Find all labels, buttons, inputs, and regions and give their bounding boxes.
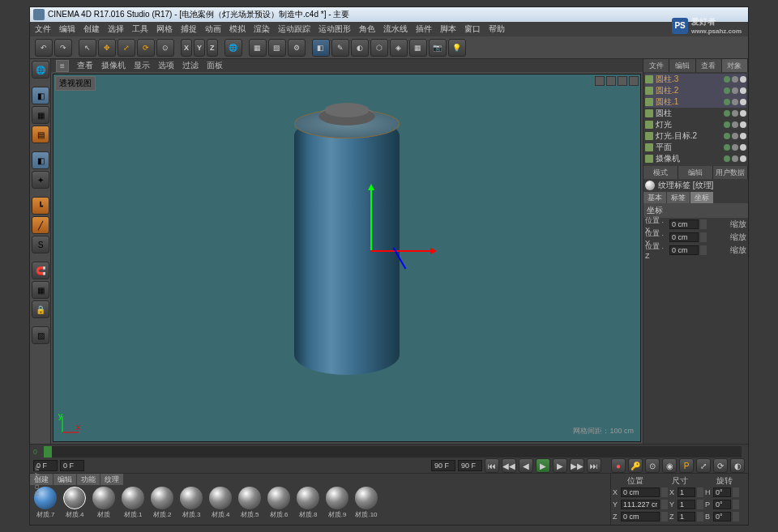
vp-view[interactable]: 查看	[77, 60, 93, 71]
menu-help[interactable]: 帮助	[489, 23, 505, 35]
menu-script[interactable]: 脚本	[440, 23, 456, 35]
menu-create[interactable]: 创建	[83, 23, 100, 35]
material-item[interactable]: 材质	[90, 487, 118, 523]
coord-rot[interactable]	[713, 500, 731, 509]
tweak-mode[interactable]: ▨	[32, 326, 49, 344]
move-tool[interactable]: ✥	[98, 39, 116, 57]
tl-keyopt2[interactable]: ◉	[662, 458, 677, 473]
menu-snap[interactable]: 捕捉	[181, 23, 197, 35]
add-light[interactable]: 💡	[448, 39, 466, 57]
gizmo-y-axis[interactable]	[370, 185, 372, 250]
material-item[interactable]: 材质.4	[207, 487, 234, 523]
vp-nav-icon[interactable]	[606, 76, 616, 86]
objmgr-tab-file[interactable]: 文件	[643, 59, 669, 72]
attr-subtab-coord[interactable]: 坐标	[690, 192, 714, 203]
menu-sim[interactable]: 模拟	[229, 23, 246, 35]
menu-window[interactable]: 窗口	[464, 23, 481, 35]
menu-file[interactable]: 文件	[35, 23, 51, 35]
tl-current-field[interactable]	[60, 460, 84, 471]
workplane-mode[interactable]: ▤	[32, 126, 49, 143]
attr-subtab-tag[interactable]: 标签	[667, 192, 690, 203]
add-cube[interactable]: ◧	[312, 39, 330, 57]
model-mode[interactable]: ◧	[32, 87, 49, 104]
rotate-tool[interactable]: ⟳	[137, 39, 155, 57]
mat-tab-tex[interactable]: 纹理	[100, 474, 124, 485]
objmgr-tab-object[interactable]: 对象	[722, 59, 748, 72]
last-tool[interactable]: ⊙	[156, 39, 174, 57]
redo-button[interactable]: ↷	[54, 39, 72, 57]
add-generator[interactable]: ⬡	[370, 39, 388, 57]
tl-autokey[interactable]: 🔑	[628, 458, 643, 473]
texture-mode[interactable]: ▦	[32, 106, 49, 124]
coord-size[interactable]	[678, 512, 695, 521]
object-item[interactable]: 圆柱.3	[645, 74, 746, 85]
coord-pos[interactable]	[621, 512, 660, 521]
material-item[interactable]: 材质.8	[294, 487, 322, 523]
locked[interactable]: 🔒	[32, 300, 49, 318]
add-nurbs[interactable]: ◐	[351, 39, 369, 57]
coord-rot[interactable]	[713, 487, 731, 497]
menu-select[interactable]: 选择	[108, 23, 124, 35]
material-manager[interactable]: 材质.7材质.4材质材质.1材质.2材质.3材质.4材质.5材质.6材质.8材质…	[30, 485, 610, 525]
tl-next-frame[interactable]: ▶	[553, 458, 567, 473]
select-tool[interactable]: ↖	[79, 39, 96, 57]
tl-pos-key[interactable]: P	[679, 458, 694, 473]
spinner[interactable]	[700, 232, 707, 242]
object-item[interactable]: 圆柱	[645, 108, 746, 119]
vp-camera[interactable]: 摄像机	[101, 60, 126, 71]
menu-motrack[interactable]: 运动跟踪	[278, 23, 310, 35]
menu-render[interactable]: 渲染	[254, 23, 270, 35]
edge-mode[interactable]: ╱	[32, 216, 49, 234]
menu-plugins[interactable]: 插件	[416, 23, 432, 35]
render-region[interactable]: ▧	[268, 39, 286, 57]
vp-nav-icon[interactable]	[618, 76, 627, 86]
tl-record[interactable]: ●	[611, 458, 626, 473]
object-item[interactable]: 灯光.目标.2	[645, 130, 746, 142]
axis-mode[interactable]: ✦	[32, 171, 49, 189]
tl-rot-key[interactable]: ⟳	[713, 458, 728, 473]
scale-tool[interactable]: ⤢	[118, 39, 135, 57]
add-deformer[interactable]: ◈	[390, 39, 408, 57]
material-item[interactable]: 材质.4	[61, 487, 88, 523]
tl-next-key[interactable]: ▶▶	[570, 458, 584, 473]
coord-size[interactable]	[678, 500, 695, 509]
vp-nav-icon[interactable]	[595, 76, 605, 86]
objmgr-tab-view[interactable]: 查看	[696, 59, 722, 72]
poly-mode[interactable]: S	[32, 236, 49, 253]
add-environment[interactable]: ▦	[409, 39, 427, 57]
material-item[interactable]: 材质.5	[236, 487, 263, 523]
mat-tab-func[interactable]: 功能	[77, 474, 100, 485]
coord-rot[interactable]	[713, 512, 731, 521]
object-item[interactable]: 圆柱.1	[645, 96, 746, 108]
vp-display[interactable]: 显示	[134, 60, 150, 71]
object-item[interactable]: 平面	[645, 142, 746, 153]
coord-pos[interactable]	[621, 487, 660, 497]
material-item[interactable]: 材质.9	[323, 487, 351, 523]
menu-anim[interactable]: 动画	[205, 23, 221, 35]
object-item[interactable]: 灯光	[645, 119, 746, 130]
y-axis-toggle[interactable]: Y	[194, 39, 205, 57]
timeline[interactable]: 0	[30, 444, 748, 458]
render-view[interactable]: ▦	[249, 39, 267, 57]
tl-play[interactable]: ▶	[536, 458, 550, 473]
undo-button[interactable]: ↶	[35, 39, 53, 57]
attr-tab-edit[interactable]: 编辑	[678, 166, 713, 179]
vp-panel[interactable]: 面板	[207, 60, 223, 71]
spinner[interactable]	[700, 219, 707, 229]
coord-system[interactable]: 🌐	[224, 39, 242, 57]
viewport[interactable]: 透视视图	[53, 74, 641, 442]
make-editable[interactable]: 🌐	[32, 61, 49, 79]
object-mode[interactable]: ◧	[32, 151, 49, 169]
tl-end-field[interactable]	[431, 460, 455, 471]
add-pen[interactable]: ✎	[331, 39, 349, 57]
tl-keyopt1[interactable]: ⊙	[645, 458, 660, 473]
object-item[interactable]: 摄像机	[645, 153, 746, 164]
attr-tab-mode[interactable]: 模式	[643, 166, 678, 179]
timeline-track[interactable]	[44, 446, 742, 458]
menu-mograph[interactable]: 运动图形	[318, 23, 351, 35]
tl-goto-start[interactable]: ⏮	[485, 458, 499, 473]
material-item[interactable]: 材质.3	[177, 487, 205, 523]
scene-object-cylinder[interactable]	[294, 116, 400, 375]
menu-pipeline[interactable]: 流水线	[383, 23, 408, 35]
menu-edit[interactable]: 编辑	[59, 23, 75, 35]
